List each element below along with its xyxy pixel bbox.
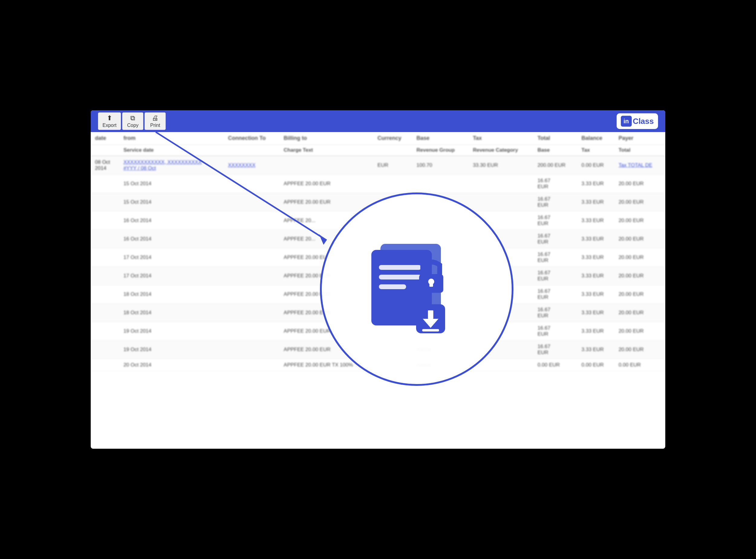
col-sub-total: Total bbox=[614, 145, 665, 156]
logo-icon-text: in bbox=[624, 118, 629, 125]
table-row: 16 Oct 2014 APPFEE 20... 16.67EUR 3.33 E… bbox=[91, 230, 665, 248]
col-connection-to: Connection To bbox=[224, 132, 279, 145]
app-window: ⬆ Export ⧉ Copy 🖨 Print in Class bbox=[91, 110, 665, 449]
table-row: 18 Oct 2014 APPFEE 20.00 EUR 16.67EUR 3.… bbox=[91, 285, 665, 304]
cell-service-date: 15 Oct 2014 bbox=[119, 175, 224, 193]
data-table: date from Connection To Billing to Curre… bbox=[91, 132, 665, 371]
logo-icon: in bbox=[621, 116, 632, 127]
col-charge-text: Charge Text bbox=[279, 145, 373, 156]
col-revenue-category: Revenue Category bbox=[469, 145, 534, 156]
cell-charge-text: APPFEE 20.00 EUR bbox=[279, 175, 373, 193]
col-payer: Payer bbox=[614, 132, 665, 145]
print-button[interactable]: 🖨 Print bbox=[145, 112, 166, 130]
export-button[interactable]: ⬆ Export bbox=[98, 112, 121, 130]
cell-from: XXXXXXXXXXXX, XXXXXXXXXX#YYY / 08 Oct bbox=[119, 156, 224, 175]
copy-label: Copy bbox=[127, 123, 138, 128]
header-bar: ⬆ Export ⧉ Copy 🖨 Print in Class bbox=[91, 110, 665, 132]
table-row: 15 Oct 2014 APPFEE 20.00 EUR 16.67EUR 3.… bbox=[91, 193, 665, 211]
cell-total: 200.00 EUR bbox=[533, 156, 577, 175]
export-icon: ⬆ bbox=[107, 114, 112, 122]
cell-sub-total: 20.00 EUR bbox=[614, 175, 665, 193]
table-row: 18 Oct 2014 APPFEE 20.00 EUR mama 16.67E… bbox=[91, 304, 665, 322]
table-row: 08 Oct2014 XXXXXXXXXXXX, XXXXXXXXXX#YYY … bbox=[91, 156, 665, 175]
logo-box: in Class bbox=[617, 113, 658, 129]
cell-connection: XXXXXXXX bbox=[224, 156, 279, 175]
print-icon: 🖨 bbox=[152, 114, 158, 122]
col-total: Total bbox=[533, 132, 577, 145]
col-sub-empty1 bbox=[91, 145, 119, 156]
copy-icon: ⧉ bbox=[130, 114, 135, 122]
col-from: from bbox=[119, 132, 224, 145]
logo-text: Class bbox=[633, 117, 654, 126]
table-row: 17 Oct 2014 APPFEE 20.00 EUR 16.67EUR 3.… bbox=[91, 248, 665, 267]
table-row: 15 Oct 2014 APPFEE 20.00 EUR 16.67EUR 3.… bbox=[91, 175, 665, 193]
cell-payer: Tax TOTAL DE bbox=[614, 156, 665, 175]
export-label: Export bbox=[103, 123, 116, 128]
col-sub-empty2 bbox=[224, 145, 279, 156]
table-area: date from Connection To Billing to Curre… bbox=[91, 132, 665, 449]
cell-date: 08 Oct2014 bbox=[91, 156, 119, 175]
col-billing-to: Billing to bbox=[279, 132, 373, 145]
col-sub-tax: Tax bbox=[577, 145, 614, 156]
copy-button[interactable]: ⧉ Copy bbox=[122, 112, 143, 130]
col-base: Base bbox=[412, 132, 469, 145]
cell-balance: 0.00 EUR bbox=[577, 156, 614, 175]
cell-sub-tax: 3.33 EUR bbox=[577, 175, 614, 193]
cell-currency: EUR bbox=[373, 156, 412, 175]
table-row: 19 Oct 2014 APPFEE 20.00 EUR mama 16.67E… bbox=[91, 322, 665, 340]
cell-sub-base: 16.67EUR bbox=[533, 175, 577, 193]
col-service-date: Service date bbox=[119, 145, 224, 156]
screenshot-wrapper: ⬆ Export ⧉ Copy 🖨 Print in Class bbox=[51, 56, 705, 503]
cell-billing bbox=[279, 156, 373, 175]
col-currency: Currency bbox=[373, 132, 412, 145]
col-sub-empty3 bbox=[373, 145, 412, 156]
col-date: date bbox=[91, 132, 119, 145]
cell-tax: 33.30 EUR bbox=[469, 156, 534, 175]
table-row: 17 Oct 2014 APPFEE 20.00 EUR 16.67EUR 3.… bbox=[91, 267, 665, 285]
col-sub-base: Base bbox=[533, 145, 577, 156]
logo-area: in Class bbox=[617, 113, 658, 129]
table-row: 16 Oct 2014 APPFEE 20... 16.67EUR 3.33 E… bbox=[91, 211, 665, 230]
col-revenue-group: Revenue Group bbox=[412, 145, 469, 156]
print-label: Print bbox=[150, 123, 160, 128]
col-tax: Tax bbox=[469, 132, 534, 145]
toolbar-buttons: ⬆ Export ⧉ Copy 🖨 Print bbox=[98, 112, 166, 130]
table-row: 19 Oct 2014 APPFEE 20.00 EUR mama 16.67E… bbox=[91, 340, 665, 359]
table-row: 20 Oct 2014 APPFEE 20.00 EUR TX 100% mam… bbox=[91, 359, 665, 371]
cell-base: 100.70 bbox=[412, 156, 469, 175]
col-balance: Balance bbox=[577, 132, 614, 145]
